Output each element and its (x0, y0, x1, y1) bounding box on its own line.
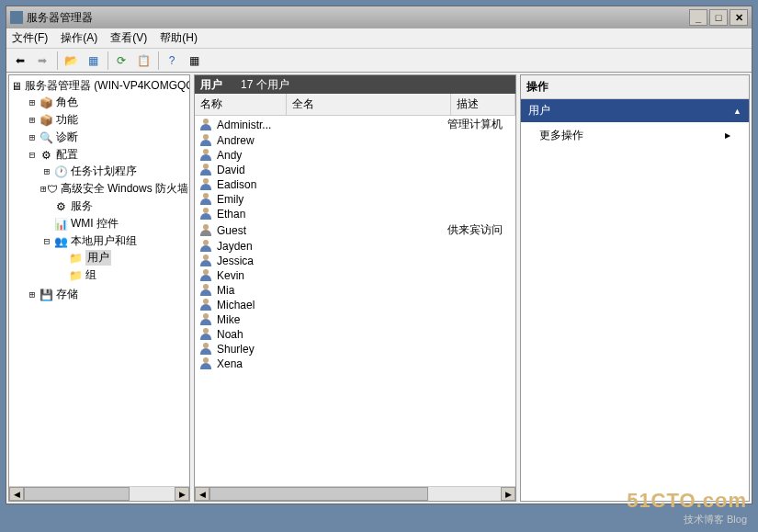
user-desc: 供来宾访问 (447, 222, 512, 238)
list-item[interactable]: Noah (195, 327, 515, 342)
list-item[interactable]: Andy (195, 148, 515, 163)
actions-category[interactable]: 用户▲ (521, 99, 749, 122)
user-icon (198, 208, 213, 221)
app-window: 服务器管理器 _ □ ✕ 文件(F) 操作(A) 查看(V) 帮助(H) ⬅ ➡… (6, 6, 752, 504)
list-item[interactable]: Mike (195, 312, 515, 327)
list-item[interactable]: Emily (195, 192, 515, 207)
list-item[interactable]: Jessica (195, 254, 515, 268)
menu-view[interactable]: 查看(V) (110, 30, 147, 46)
minimize-button[interactable]: _ (689, 9, 707, 26)
properties-button[interactable]: ▦ (184, 51, 204, 71)
content-area: 🖥服务器管理器 (WIN-VP4KOMGQQ9 ⊞📦角色 ⊞📦功能 ⊞🔍诊断 ⊟… (6, 73, 752, 504)
col-fullname[interactable]: 全名 (287, 94, 451, 115)
user-name: Noah (217, 328, 309, 341)
user-icon (198, 357, 213, 370)
list-title: 用户 (200, 77, 222, 93)
close-button[interactable]: ✕ (730, 9, 748, 26)
tree-diagnostics[interactable]: ⊞🔍诊断 (26, 130, 187, 145)
user-name: Mike (217, 313, 309, 326)
user-icon (198, 343, 213, 356)
list-item[interactable]: Jayden (195, 239, 515, 254)
back-button[interactable]: ⬅ (10, 51, 30, 71)
user-icon (198, 178, 213, 191)
user-icon (198, 284, 213, 297)
show-hide-button[interactable]: ▦ (83, 51, 103, 71)
menu-action[interactable]: 操作(A) (61, 30, 97, 46)
export-button[interactable]: 📋 (133, 51, 153, 71)
user-icon (198, 328, 213, 341)
menu-bar: 文件(F) 操作(A) 查看(V) 帮助(H) (6, 28, 752, 49)
list-item[interactable]: Guest供来宾访问 (195, 221, 515, 239)
user-name: Michael (217, 299, 309, 311)
tree-wmi[interactable]: 📊WMI 控件 (40, 216, 187, 232)
user-icon (198, 313, 213, 326)
list-item[interactable]: David (195, 163, 515, 177)
list-item[interactable]: Eadison (195, 177, 515, 192)
tree-root[interactable]: 🖥服务器管理器 (WIN-VP4KOMGQQ9 (11, 78, 187, 94)
tree-services[interactable]: ⚙服务 (40, 198, 187, 214)
tree-panel: 🖥服务器管理器 (WIN-VP4KOMGQQ9 ⊞📦角色 ⊞📦功能 ⊞🔍诊断 ⊟… (8, 74, 190, 502)
tree-roles[interactable]: ⊞📦角色 (26, 95, 187, 110)
user-name: David (217, 164, 309, 176)
list-panel: 用户 17 个用户 名称 全名 描述 Administr...管理计算机Andr… (194, 74, 516, 502)
user-name: Administr... (217, 119, 309, 131)
tree-users[interactable]: 📁用户 (55, 250, 187, 266)
tree-hscrollbar[interactable]: ◀▶ (9, 486, 189, 501)
up-button[interactable]: 📂 (61, 51, 81, 71)
col-desc[interactable]: 描述 (451, 94, 515, 115)
user-icon (198, 269, 213, 282)
tree-storage[interactable]: ⊞💾存储 (26, 287, 187, 302)
user-name: Ethan (217, 208, 309, 221)
actions-panel: 操作 用户▲ 更多操作 (520, 74, 750, 502)
user-icon (198, 193, 213, 206)
user-desc: 管理计算机 (447, 117, 512, 132)
tree-features[interactable]: ⊞📦功能 (26, 112, 187, 128)
user-name: Guest (217, 224, 309, 237)
actions-header: 操作 (521, 75, 749, 99)
tree-firewall[interactable]: ⊞🛡高级安全 Windows 防火墙 (40, 181, 187, 197)
user-name: Kevin (217, 269, 309, 282)
user-name: Andy (217, 149, 309, 162)
user-name: Shurley (217, 343, 309, 356)
help-button[interactable]: ? (162, 51, 182, 71)
user-list: Administr...管理计算机AndrewAndyDavidEadisonE… (195, 116, 515, 486)
tree-task-scheduler[interactable]: ⊞🕐任务计划程序 (40, 164, 187, 179)
list-item[interactable]: Ethan (195, 207, 515, 221)
list-hscrollbar[interactable]: ◀▶ (195, 486, 515, 501)
list-count: 17 个用户 (241, 77, 289, 93)
tree-groups[interactable]: 📁组 (55, 267, 187, 283)
list-item[interactable]: Kevin (195, 268, 515, 283)
user-name: Eadison (217, 178, 309, 191)
menu-help[interactable]: 帮助(H) (160, 30, 198, 46)
user-icon (198, 149, 213, 162)
nav-tree: 🖥服务器管理器 (WIN-VP4KOMGQQ9 ⊞📦角色 ⊞📦功能 ⊞🔍诊断 ⊟… (9, 75, 189, 486)
list-item[interactable]: Shurley (195, 342, 515, 357)
list-item[interactable]: Andrew (195, 133, 515, 148)
list-item[interactable]: Michael (195, 298, 515, 312)
user-name: Andrew (217, 134, 309, 147)
tree-config[interactable]: ⊟⚙配置 (26, 147, 187, 163)
col-name[interactable]: 名称 (195, 94, 287, 115)
watermark: 51CTO.com 技术博客 Blog (627, 489, 747, 526)
user-name: Jayden (217, 240, 309, 253)
list-item[interactable]: Xena (195, 357, 515, 371)
refresh-button[interactable]: ⟳ (111, 51, 131, 71)
list-title-bar: 用户 17 个用户 (195, 75, 515, 94)
tree-local-users-groups[interactable]: ⊟👥本地用户和组 (40, 233, 187, 249)
user-icon (198, 299, 213, 311)
user-icon (198, 119, 213, 131)
title-bar[interactable]: 服务器管理器 _ □ ✕ (6, 6, 752, 28)
list-item[interactable]: Mia (195, 283, 515, 298)
user-icon (198, 224, 213, 237)
user-icon (198, 134, 213, 147)
list-item[interactable]: Administr...管理计算机 (195, 116, 515, 133)
column-headers: 名称 全名 描述 (195, 94, 515, 116)
app-icon (10, 11, 23, 24)
maximize-button[interactable]: □ (709, 9, 728, 26)
user-icon (198, 164, 213, 176)
menu-file[interactable]: 文件(F) (12, 30, 48, 46)
toolbar: ⬅ ➡ 📂 ▦ ⟳ 📋 ? ▦ (6, 49, 752, 73)
user-name: Xena (217, 357, 309, 370)
forward-button[interactable]: ➡ (32, 51, 52, 71)
more-actions[interactable]: 更多操作 (521, 122, 749, 149)
